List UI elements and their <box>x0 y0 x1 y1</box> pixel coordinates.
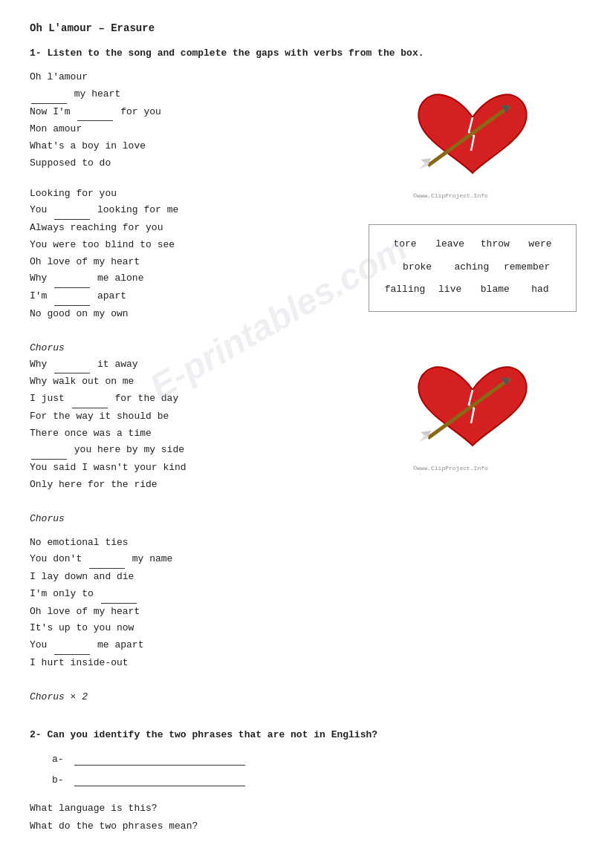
lyric-line: I lay down and die <box>30 569 365 586</box>
answer-a-blank[interactable] <box>74 754 245 766</box>
lyric-line: You looking for me <box>30 202 365 220</box>
blank <box>31 86 67 104</box>
lyric-line: There once was a time <box>30 425 365 443</box>
blank <box>77 104 113 122</box>
answer-b-blank[interactable] <box>74 774 245 786</box>
heart-image-1: ©www.ClipProject.Info <box>413 84 532 199</box>
blank <box>31 442 67 460</box>
word-item: aching <box>450 257 494 278</box>
lyric-line: You said I wasn't your kind <box>30 460 365 477</box>
blank <box>72 391 108 408</box>
word-item: leave <box>428 234 473 255</box>
lyric-line: I hurt inside-out <box>30 655 365 672</box>
svg-marker-3 <box>419 161 428 169</box>
lyric-line: Why walk out on me <box>30 373 365 391</box>
lyric-line: I just for the day <box>30 391 365 408</box>
lyric-line: What's a boy in love <box>30 138 365 155</box>
lyric-line: Now I'm for you <box>30 104 365 122</box>
word-box: tore leave throw were broke aching remem… <box>369 224 577 312</box>
heart-image-2: ©www.ClipProject.Info <box>413 356 532 471</box>
lyric-line: I'm only to <box>30 586 365 604</box>
lyric-line: No good on my own <box>30 306 365 323</box>
lyric-line: You don't my name <box>30 551 365 569</box>
chorus-label-2: Chorus <box>30 513 365 524</box>
blank <box>54 637 90 655</box>
word-row-3: falling live blame had <box>383 279 562 301</box>
lyric-line: Why me alone <box>30 270 365 288</box>
lyric-line: Always reaching for you <box>30 220 365 237</box>
lyric-line: Supposed to do <box>30 155 365 172</box>
lyrics-column: Oh l'amour my heart Now I'm for you Mon … <box>30 69 365 705</box>
word-item: blame <box>473 279 517 301</box>
blank <box>54 202 90 220</box>
copyright-1: ©www.ClipProject.Info <box>413 192 532 199</box>
word-item: had <box>518 279 562 301</box>
chorus-1: Why it away Why walk out on me I just fo… <box>30 356 365 494</box>
blank <box>101 586 137 604</box>
word-item: throw <box>473 234 517 255</box>
blank <box>54 356 90 374</box>
lyric-line: I'm apart <box>30 288 365 306</box>
copyright-2: ©www.ClipProject.Info <box>413 465 532 471</box>
lyric-line: Looking for you <box>30 186 365 203</box>
blank <box>89 551 125 569</box>
chorus-label-1: Chorus <box>30 342 365 353</box>
word-row-2: broke aching remember <box>383 257 562 278</box>
answer-line-b: b- <box>52 774 580 786</box>
lyric-line: It's up to you now <box>30 620 365 637</box>
blank <box>54 270 90 288</box>
lyric-line: my heart <box>30 86 365 104</box>
question-1: 1- Listen to the song and complete the g… <box>30 48 580 59</box>
word-item: broke <box>395 257 440 278</box>
lyric-line: Oh love of my heart <box>30 254 365 271</box>
word-item: were <box>518 234 562 255</box>
followup-line-1: What language is this? <box>30 800 580 818</box>
answer-line-a: a- <box>52 754 580 766</box>
lyric-line: Oh l'amour <box>30 69 365 86</box>
svg-marker-7 <box>419 434 428 442</box>
followup-line-2: What do the two phrases mean? <box>30 818 580 836</box>
lyric-line: You me apart <box>30 637 365 655</box>
lyric-line: For the way it should be <box>30 408 365 425</box>
lyric-line: Mon amour <box>30 121 365 138</box>
blank <box>54 288 90 306</box>
follow-up: What language is this? What do the two p… <box>30 800 580 836</box>
chorus-label-3: Chorus × 2 <box>30 691 365 702</box>
answer-b-label: b- <box>52 774 74 786</box>
word-item: falling <box>383 279 427 301</box>
lyric-line: Why it away <box>30 356 365 374</box>
right-column: ©www.ClipProject.Info tore leave throw w… <box>365 69 580 705</box>
word-row-1: tore leave throw were <box>383 234 562 255</box>
verse-2: Looking for you You looking for me Alway… <box>30 186 365 323</box>
page-title: Oh L'amour – Erasure <box>30 22 580 34</box>
word-item: remember <box>504 257 550 278</box>
word-item: tore <box>383 234 427 255</box>
lyric-line: Oh love of my heart <box>30 604 365 621</box>
answer-a-label: a- <box>52 754 74 765</box>
question-2: 2- Can you identify the two phrases that… <box>30 729 580 740</box>
word-item: live <box>428 279 473 301</box>
verse-3: No emotional ties You don't my name I la… <box>30 535 365 672</box>
lyric-line: Only here for the ride <box>30 477 365 494</box>
section-2: 2- Can you identify the two phrases that… <box>30 729 580 836</box>
lyric-line: you here by my side <box>30 442 365 460</box>
lyric-line: No emotional ties <box>30 535 365 552</box>
verse-1: Oh l'amour my heart Now I'm for you Mon … <box>30 69 365 172</box>
lyric-line: You were too blind to see <box>30 237 365 254</box>
